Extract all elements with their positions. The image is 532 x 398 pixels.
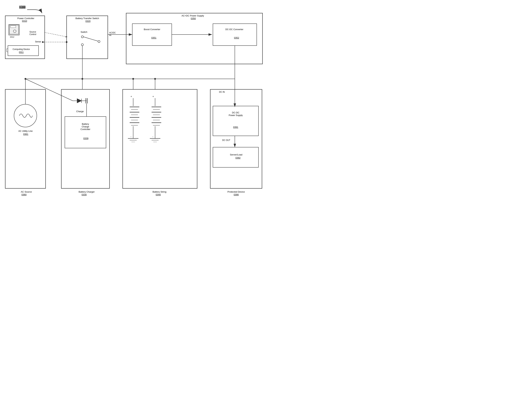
svg-rect-4	[9, 25, 19, 35]
battery-string-id: 0340	[151, 193, 165, 196]
power-controller-id: 0310	[18, 20, 32, 22]
svg-point-14	[81, 44, 83, 46]
acdc-in-label: AC/DCIN	[109, 32, 116, 37]
svg-line-15	[83, 37, 98, 41]
ref-label: 0300	[19, 5, 25, 8]
svg-rect-70	[210, 89, 262, 188]
svg-text:+: +	[131, 95, 132, 98]
dc-out-label: DC OUT	[222, 139, 230, 141]
boost-converter-title: Boost Converter	[137, 28, 167, 31]
svg-text:-: -	[131, 135, 131, 138]
svg-rect-5	[9, 25, 19, 34]
svg-text:-: -	[152, 135, 153, 138]
dc-dc-ps-title: DC-DCPower Supply	[214, 111, 258, 117]
svg-rect-21	[213, 24, 257, 45]
svg-text:0311: 0311	[19, 51, 24, 53]
switch-label: Switch	[81, 31, 87, 33]
svg-rect-29	[65, 117, 106, 148]
svg-text:0312: 0312	[10, 36, 14, 38]
svg-point-83	[25, 78, 26, 80]
bts-title: Battery Transfer Switch	[68, 17, 107, 20]
svg-point-90	[82, 78, 83, 80]
svg-line-82	[25, 79, 73, 101]
diagram-container: 0300 0312 Computing Device 0311	[0, 0, 266, 199]
svg-rect-20	[132, 24, 172, 45]
dc-in-label: DC IN	[219, 91, 225, 93]
svg-marker-76	[65, 36, 68, 37]
svg-rect-9	[8, 45, 38, 56]
protected-device-id: 0390	[229, 193, 243, 196]
svg-point-78	[66, 41, 68, 43]
dc-dc-converter-id: 0352	[229, 37, 244, 39]
svg-point-88	[132, 78, 134, 80]
server-load-title: Server/Load	[217, 153, 255, 156]
svg-rect-73	[5, 89, 45, 188]
bts-id: 0320	[81, 20, 95, 22]
svg-rect-6	[11, 25, 16, 28]
bcc-title: BatteryChargeController	[68, 123, 103, 131]
sense-label: Sense	[35, 40, 41, 43]
ac-source-id: 0360	[17, 193, 31, 196]
svg-point-16	[98, 40, 100, 43]
svg-point-7	[13, 30, 16, 33]
dc-dc-converter-title: DC-DC Converter	[215, 28, 254, 31]
ac-source-title: AC Source	[9, 190, 44, 193]
svg-rect-37	[123, 89, 197, 188]
svg-text:+: +	[152, 95, 154, 98]
svg-point-74	[14, 104, 37, 127]
svg-point-87	[154, 78, 156, 80]
ac-utility-line-title: AC Utility Line	[12, 130, 39, 132]
ac-utility-line-id: 0361	[19, 133, 33, 135]
server-load-id: 0392	[231, 157, 245, 159]
charge-label: Charge	[76, 110, 84, 113]
battery-charger-title: Battery Charger	[63, 190, 110, 193]
bcc-id: 0339	[79, 137, 93, 140]
svg-text:Computing Device: Computing Device	[13, 48, 30, 51]
dc-dc-ps-id: 0391	[229, 126, 243, 128]
svg-marker-31	[77, 99, 82, 103]
power-supply-id: 0350	[186, 17, 200, 20]
svg-rect-71	[213, 106, 259, 136]
boost-converter-id: 0351	[147, 37, 161, 39]
protected-device-title: Protected Device	[212, 190, 260, 193]
battery-string-title: Battery String	[127, 190, 192, 193]
power-controller-title: Power Controller	[10, 17, 42, 20]
svg-line-75	[45, 32, 67, 37]
svg-point-13	[81, 36, 83, 38]
power-supply-title: AC+DC Power Supply	[144, 14, 242, 17]
battery-charger-id: 0330	[75, 193, 93, 196]
source-control-label: SourceControl	[29, 31, 36, 36]
